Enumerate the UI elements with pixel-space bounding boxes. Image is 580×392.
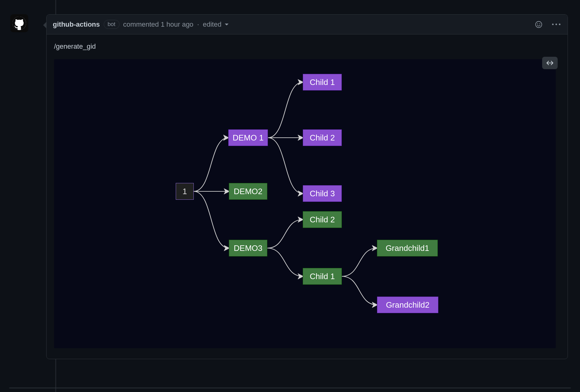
diagram-node-child3a: Child 3	[303, 185, 342, 202]
diagram-node-child1b: Child 1	[303, 268, 342, 285]
diagram-node-demo2: DEMO2	[229, 183, 267, 200]
svg-point-2	[537, 23, 538, 24]
comment-header-actions	[535, 21, 561, 28]
meta-separator: ·	[197, 20, 199, 28]
diagram-edge	[267, 220, 303, 248]
comment-menu-button[interactable]	[551, 24, 561, 25]
diagram-node-child2a: Child 2	[303, 129, 342, 146]
diagram-node-root: 1	[176, 183, 194, 200]
comment-meta: commented 1 hour ago · edited	[123, 20, 222, 29]
comment-action: commented	[123, 20, 159, 28]
add-reaction-button[interactable]	[535, 21, 542, 28]
comment-body: /generate_gid 1DEMO 1DEMO2DEMO3Child 1Ch…	[47, 34, 568, 359]
caret-down-icon	[224, 23, 229, 26]
diagram-edges	[54, 59, 556, 348]
diagram-edge	[194, 138, 228, 191]
diagram-edge	[194, 191, 229, 248]
comment-text: /generate_gid	[54, 42, 560, 51]
diagram-node-grandchild1: Grandchild1	[377, 240, 438, 256]
author-avatar[interactable]	[10, 14, 28, 32]
diagram-node-demo1: DEMO 1	[228, 129, 268, 146]
comment-timestamp[interactable]: 1 hour ago	[161, 20, 193, 28]
diagram-node-child2b: Child 2	[303, 211, 342, 228]
diagram-edge	[342, 248, 377, 276]
edited-dropdown[interactable]	[224, 23, 229, 26]
comment-author[interactable]: github-actions	[53, 20, 100, 29]
bot-badge: bot	[104, 20, 120, 29]
diagram-node-child1a: Child 1	[303, 74, 342, 91]
diagram-edge	[268, 82, 303, 138]
svg-point-1	[536, 21, 542, 28]
comment-header: github-actions bot commented 1 hour ago …	[47, 15, 568, 34]
edited-label[interactable]: edited	[203, 20, 221, 28]
smiley-icon	[535, 21, 542, 28]
diagram-container: 1DEMO 1DEMO2DEMO3Child 1Child 2Child 3Ch…	[54, 59, 556, 348]
diagram-edge	[267, 248, 303, 276]
diagram-node-demo3: DEMO3	[229, 240, 267, 256]
comment-container: github-actions bot commented 1 hour ago …	[46, 14, 568, 359]
svg-point-3	[539, 23, 540, 24]
divider	[9, 388, 571, 388]
diagram-edge	[342, 276, 377, 305]
diagram-node-grandchild2: Grandchild2	[377, 296, 438, 313]
kebab-icon	[552, 24, 554, 25]
diagram-edge	[268, 138, 303, 194]
github-icon	[12, 16, 26, 30]
